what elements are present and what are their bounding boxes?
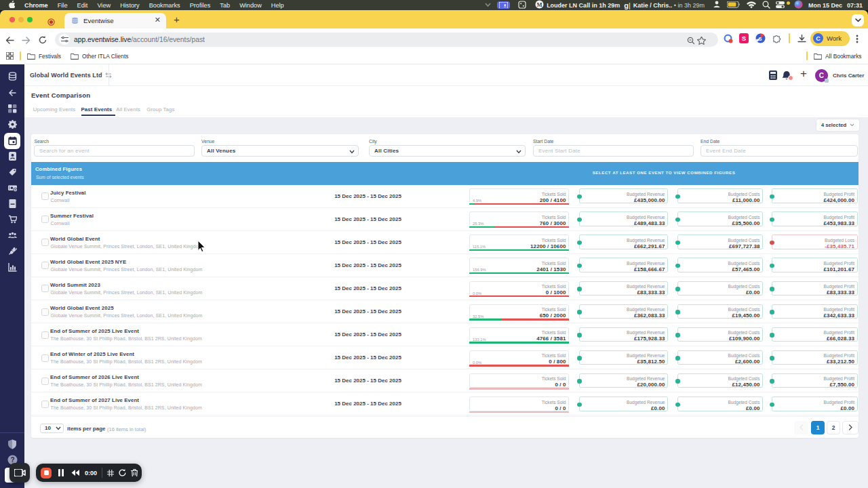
svg-text:M: M: [537, 1, 542, 8]
svg-text:S: S: [742, 35, 746, 42]
svg-text:?: ?: [10, 456, 14, 464]
svg-text:S: S: [758, 36, 762, 42]
